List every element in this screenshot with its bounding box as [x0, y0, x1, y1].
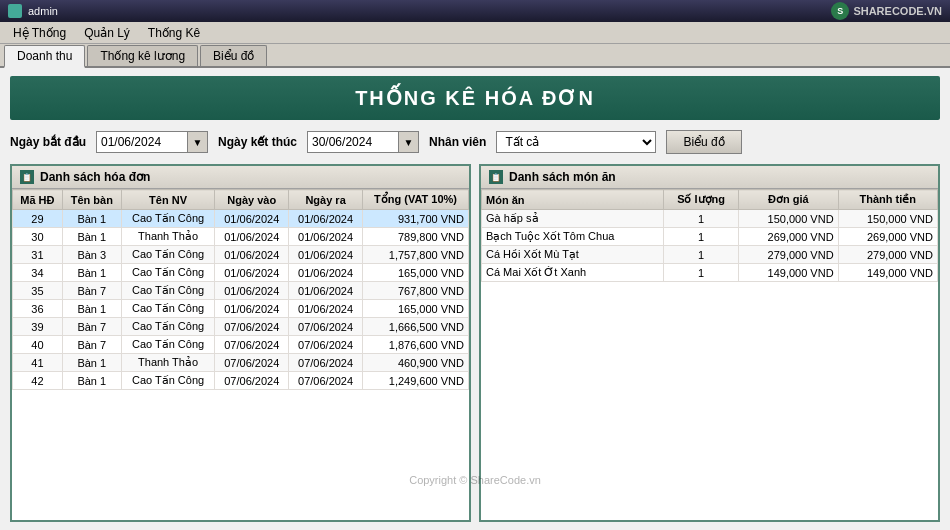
tab-thong-ke-luong[interactable]: Thống kê lương: [87, 45, 198, 66]
cell-thanh-tien: 279,000 VND: [838, 246, 937, 264]
cell-ten-nv: Cao Tấn Công: [121, 246, 215, 264]
cell-ngay-ra: 01/06/2024: [289, 210, 363, 228]
nhan-vien-select[interactable]: Tất cả Cao Tấn Công Thanh Thảo: [496, 131, 656, 153]
ngay-bat-dau-label: Ngày bắt đầu: [10, 135, 86, 149]
col-thanh-tien: Thành tiền: [838, 190, 937, 210]
sharecode-logo: S SHARECODE.VN: [831, 2, 942, 20]
bieu-do-button[interactable]: Biểu đồ: [666, 130, 741, 154]
cell-ten-nv: Cao Tấn Công: [121, 282, 215, 300]
col-don-gia: Đơn giá: [739, 190, 838, 210]
table-row[interactable]: 31 Bàn 3 Cao Tấn Công 01/06/2024 01/06/2…: [13, 246, 469, 264]
dish-panel: 📋 Danh sách món ăn Món ăn Số lượng Đơn g…: [479, 164, 940, 522]
cell-ten-ban: Bàn 7: [62, 282, 121, 300]
list-item[interactable]: Cá Hồi Xốt Mù Tạt 1 279,000 VND 279,000 …: [482, 246, 938, 264]
col-so-luong: Số lượng: [663, 190, 738, 210]
cell-so-luong: 1: [663, 246, 738, 264]
nhan-vien-label: Nhân viên: [429, 135, 486, 149]
list-item[interactable]: Bạch Tuộc Xốt Tôm Chua 1 269,000 VND 269…: [482, 228, 938, 246]
cell-so-luong: 1: [663, 264, 738, 282]
list-item[interactable]: Gà hấp sả 1 150,000 VND 150,000 VND: [482, 210, 938, 228]
menu-he-thong[interactable]: Hệ Thống: [4, 23, 75, 43]
ngay-bat-dau-calendar-btn[interactable]: ▼: [187, 132, 207, 152]
cell-ngay-ra: 07/06/2024: [289, 336, 363, 354]
cell-ten-nv: Cao Tấn Công: [121, 318, 215, 336]
cell-ma-hd: 35: [13, 282, 63, 300]
invoice-icon: 📋: [20, 170, 34, 184]
cell-tong: 1,666,500 VND: [362, 318, 468, 336]
ngay-bat-dau-input[interactable]: [97, 132, 187, 152]
cell-tong: 767,800 VND: [362, 282, 468, 300]
table-row[interactable]: 30 Bàn 1 Thanh Thảo 01/06/2024 01/06/202…: [13, 228, 469, 246]
cell-ngay-vao: 01/06/2024: [215, 282, 289, 300]
col-ma-hd: Mã HĐ: [13, 190, 63, 210]
cell-tong: 460,900 VND: [362, 354, 468, 372]
cell-ten-ban: Bàn 1: [62, 354, 121, 372]
dish-table-body: Gà hấp sả 1 150,000 VND 150,000 VND Bạch…: [482, 210, 938, 282]
invoice-table-body: 29 Bàn 1 Cao Tấn Công 01/06/2024 01/06/2…: [13, 210, 469, 390]
table-row[interactable]: 35 Bàn 7 Cao Tấn Công 01/06/2024 01/06/2…: [13, 282, 469, 300]
invoice-table-header: Mã HĐ Tên bàn Tên NV Ngày vào Ngày ra Tổ…: [13, 190, 469, 210]
menu-bar: Hệ Thống Quản Lý Thống Kê: [0, 22, 950, 44]
cell-ten-nv: Cao Tấn Công: [121, 372, 215, 390]
main-content: THỐNG KÊ HÓA ĐƠN Ngày bắt đầu ▼ Ngày kết…: [0, 68, 950, 530]
col-ten-nv: Tên NV: [121, 190, 215, 210]
dish-panel-header: 📋 Danh sách món ăn: [481, 166, 938, 189]
cell-ngay-ra: 01/06/2024: [289, 300, 363, 318]
cell-ngay-ra: 07/06/2024: [289, 318, 363, 336]
cell-ma-hd: 30: [13, 228, 63, 246]
dish-table-container: Món ăn Số lượng Đơn giá Thành tiền Gà hấ…: [481, 189, 938, 520]
table-row[interactable]: 36 Bàn 1 Cao Tấn Công 01/06/2024 01/06/2…: [13, 300, 469, 318]
cell-ngay-ra: 01/06/2024: [289, 246, 363, 264]
menu-quan-ly[interactable]: Quản Lý: [75, 23, 139, 43]
col-ngay-vao: Ngày vào: [215, 190, 289, 210]
table-row[interactable]: 42 Bàn 1 Cao Tấn Công 07/06/2024 07/06/2…: [13, 372, 469, 390]
cell-ngay-vao: 01/06/2024: [215, 300, 289, 318]
table-row[interactable]: 29 Bàn 1 Cao Tấn Công 01/06/2024 01/06/2…: [13, 210, 469, 228]
cell-ma-hd: 36: [13, 300, 63, 318]
dish-table-header: Món ăn Số lượng Đơn giá Thành tiền: [482, 190, 938, 210]
tab-bieu-do[interactable]: Biểu đồ: [200, 45, 267, 66]
ngay-ket-thuc-calendar-btn[interactable]: ▼: [398, 132, 418, 152]
cell-don-gia: 279,000 VND: [739, 246, 838, 264]
nhan-vien-select-container: Tất cả Cao Tấn Công Thanh Thảo: [496, 131, 656, 153]
ngay-ket-thuc-input[interactable]: [308, 132, 398, 152]
tab-doanh-thu[interactable]: Doanh thu: [4, 45, 85, 68]
cell-ngay-vao: 01/06/2024: [215, 264, 289, 282]
invoice-panel-header: 📋 Danh sách hóa đơn: [12, 166, 469, 189]
col-mon-an: Món ăn: [482, 190, 664, 210]
page-title: THỐNG KÊ HÓA ĐƠN: [10, 76, 940, 120]
cell-tong: 165,000 VND: [362, 264, 468, 282]
sharecode-text: SHARECODE.VN: [853, 5, 942, 17]
invoice-table-container: Mã HĐ Tên bàn Tên NV Ngày vào Ngày ra Tổ…: [12, 189, 469, 520]
table-row[interactable]: 34 Bàn 1 Cao Tấn Công 01/06/2024 01/06/2…: [13, 264, 469, 282]
cell-ten-nv: Cao Tấn Công: [121, 264, 215, 282]
invoice-table: Mã HĐ Tên bàn Tên NV Ngày vào Ngày ra Tổ…: [12, 189, 469, 390]
cell-tong: 931,700 VND: [362, 210, 468, 228]
col-tong: Tổng (VAT 10%): [362, 190, 468, 210]
menu-thong-ke[interactable]: Thống Kê: [139, 23, 209, 43]
cell-ten-ban: Bàn 3: [62, 246, 121, 264]
invoice-panel: 📋 Danh sách hóa đơn Mã HĐ Tên bàn Tên NV…: [10, 164, 471, 522]
cell-don-gia: 269,000 VND: [739, 228, 838, 246]
ngay-bat-dau-input-container: ▼: [96, 131, 208, 153]
cell-ma-hd: 40: [13, 336, 63, 354]
cell-ngay-ra: 07/06/2024: [289, 372, 363, 390]
cell-mon-an: Cá Hồi Xốt Mù Tạt: [482, 246, 664, 264]
cell-ten-ban: Bàn 1: [62, 300, 121, 318]
cell-ten-ban: Bàn 1: [62, 372, 121, 390]
cell-mon-an: Bạch Tuộc Xốt Tôm Chua: [482, 228, 664, 246]
cell-ngay-vao: 01/06/2024: [215, 246, 289, 264]
col-ngay-ra: Ngày ra: [289, 190, 363, 210]
list-item[interactable]: Cá Mai Xốt Ớt Xanh 1 149,000 VND 149,000…: [482, 264, 938, 282]
cell-tong: 1,876,600 VND: [362, 336, 468, 354]
cell-ngay-ra: 01/06/2024: [289, 282, 363, 300]
cell-don-gia: 150,000 VND: [739, 210, 838, 228]
col-ten-ban: Tên bàn: [62, 190, 121, 210]
cell-ten-ban: Bàn 1: [62, 264, 121, 282]
table-row[interactable]: 41 Bàn 1 Thanh Thảo 07/06/2024 07/06/202…: [13, 354, 469, 372]
table-row[interactable]: 39 Bàn 7 Cao Tấn Công 07/06/2024 07/06/2…: [13, 318, 469, 336]
table-row[interactable]: 40 Bàn 7 Cao Tấn Công 07/06/2024 07/06/2…: [13, 336, 469, 354]
cell-ten-ban: Bàn 1: [62, 210, 121, 228]
tab-bar: Doanh thu Thống kê lương Biểu đồ: [0, 44, 950, 68]
dish-table: Món ăn Số lượng Đơn giá Thành tiền Gà hấ…: [481, 189, 938, 282]
